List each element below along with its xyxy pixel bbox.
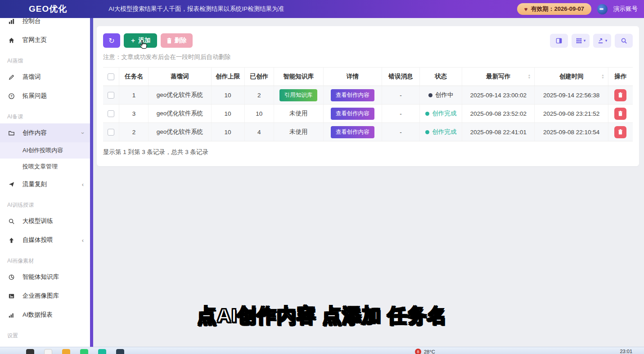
top-header: GEO优化 AI大模型搜索结果千人千面，报表检测结果以系统IP检测结果为准 ♥ … <box>0 0 644 18</box>
view-content-button[interactable]: 查看创作内容 <box>331 108 374 120</box>
refresh-icon: ↻ <box>108 36 114 45</box>
cell-knowledge: 未使用 <box>274 104 323 123</box>
sidebar: 控制台 官网主页 AI蒸馏 蒸馏词 ? 拓展问题 AI备课 创作内容 › <box>0 18 90 347</box>
sidebar-subitem-ai-feed-content[interactable]: AI创作投喂内容 <box>0 142 90 159</box>
col-latest[interactable]: 最新写作▲▼ <box>462 68 535 86</box>
taskbar-weather[interactable]: 8 28°C <box>415 349 435 354</box>
row-delete-button[interactable] <box>614 89 626 101</box>
col-status: 状态 <box>420 68 462 86</box>
cell-limit: 10 <box>211 123 244 141</box>
cell-keyword: geo优化软件系统 <box>149 104 211 123</box>
sidebar-item-creation-content[interactable]: 创作内容 › <box>0 123 90 142</box>
status-badge: 创作中 <box>428 91 454 99</box>
grid-icon[interactable]: ▾ <box>572 34 590 48</box>
row-checkbox[interactable] <box>108 92 114 99</box>
knowledge-badge[interactable]: 引用知识库 <box>279 89 318 101</box>
table-header-row: 任务名 蒸馏词 创作上限 已创作 智能知识库 详情 错误消息 状态 最新写作▲▼… <box>103 68 633 86</box>
sidebar-item-expand-questions[interactable]: ? 拓展问题 <box>0 86 90 105</box>
cell-created: 4 <box>244 123 274 141</box>
cell-create-time: 2025-09-14 22:56:38 <box>535 86 608 104</box>
tasks-table: 任务名 蒸馏词 创作上限 已创作 智能知识库 详情 错误消息 状态 最新写作▲▼… <box>103 67 633 141</box>
sidebar-item-self-media-feed[interactable]: 自媒体投喂 ‹ <box>0 231 90 250</box>
sidebar-section: AI备课 <box>0 105 90 123</box>
arrow-up-icon <box>7 237 15 244</box>
cell-detail: 查看创作内容 <box>323 123 382 141</box>
cell-detail: 查看创作内容 <box>323 104 382 123</box>
sidebar-item-dashboard[interactable]: 控制台 <box>0 18 90 31</box>
sidebar-subitem-feed-article-mgmt[interactable]: 投喂文章管理 <box>0 159 90 175</box>
cell-task-name: 1 <box>119 86 149 104</box>
search-icon[interactable] <box>615 34 633 48</box>
taskbar-app-icon[interactable] <box>98 349 106 354</box>
row-delete-button[interactable] <box>614 126 626 138</box>
cell-error: - <box>382 123 420 141</box>
col-limit: 创作上限 <box>211 68 244 86</box>
status-dot <box>425 112 429 116</box>
sidebar-item-distill-words[interactable]: 蒸馏词 <box>0 68 90 86</box>
export-icon[interactable]: ▾ <box>593 34 611 48</box>
svg-text:?: ? <box>10 94 13 98</box>
sidebar-item-traffic-clone[interactable]: 流量复刻 ‹ <box>0 175 90 194</box>
sidebar-item-ai-command[interactable]: AI创作指令 <box>0 342 90 347</box>
add-button[interactable]: ＋ 添加 <box>124 33 157 48</box>
taskbar-app-icon[interactable] <box>26 349 34 354</box>
select-all-checkbox[interactable] <box>108 73 114 80</box>
refresh-button[interactable]: ↻ <box>103 33 120 48</box>
folder-icon <box>7 130 15 136</box>
taskbar-app-icon[interactable] <box>62 349 70 354</box>
cell-status: 创作完成 <box>420 123 462 141</box>
taskbar-icons <box>26 347 124 354</box>
col-action: 操作 <box>608 68 633 86</box>
content-card: ↻ ＋ 添加 删除 ▾ ▾ <box>97 26 639 166</box>
cell-limit: 10 <box>211 104 244 123</box>
col-create-time[interactable]: 创建时间▲▼ <box>535 68 608 86</box>
taskbar-app-icon[interactable] <box>80 349 88 354</box>
cell-detail: 查看创作内容 <box>323 86 382 104</box>
account-name[interactable]: 演示账号 <box>613 5 638 13</box>
row-checkbox[interactable] <box>108 129 114 136</box>
columns-icon[interactable] <box>550 34 568 48</box>
knowledge-icon <box>7 274 15 281</box>
toolbar: ↻ ＋ 添加 删除 ▾ ▾ <box>103 33 633 48</box>
cell-status: 创作完成 <box>420 104 462 123</box>
chevron-down-icon: › <box>82 130 84 136</box>
app-window: GEO优化 AI大模型搜索结果千人千面，报表检测结果以系统IP检测结果为准 ♥ … <box>0 0 644 354</box>
cell-knowledge: 未使用 <box>274 123 323 141</box>
col-created: 已创作 <box>244 68 274 86</box>
taskbar-clock[interactable]: 23:01 <box>620 349 632 354</box>
sidebar-section: AI训练授课 <box>0 194 90 212</box>
validity-badge[interactable]: ♥ 有效期：2026-09-07 <box>517 3 591 15</box>
taskbar-app-icon[interactable] <box>116 349 124 354</box>
heart-icon: ♥ <box>524 6 528 13</box>
sort-icon[interactable]: ▲▼ <box>601 74 604 79</box>
cell-error: - <box>382 86 420 104</box>
row-delete-button[interactable] <box>614 108 626 120</box>
sort-icon[interactable]: ▲▼ <box>527 74 531 79</box>
avatar[interactable] <box>597 4 608 14</box>
status-badge: 创作完成 <box>425 109 456 118</box>
cell-created: 2 <box>244 86 274 104</box>
view-content-button[interactable]: 查看创作内容 <box>331 89 374 101</box>
cell-task-name: 3 <box>119 104 149 123</box>
col-knowledge: 智能知识库 <box>274 68 323 86</box>
pagination-summary: 显示第 1 到第 3 条记录，总共 3 条记录 <box>103 148 633 156</box>
cell-select <box>103 123 119 141</box>
row-checkbox[interactable] <box>108 110 114 117</box>
trash-icon <box>167 38 172 44</box>
chevron-left-icon: ‹ <box>82 181 84 188</box>
sidebar-item-agent-knowledge[interactable]: 智能体知识库 <box>0 268 90 286</box>
dashboard-icon <box>7 18 15 25</box>
delete-button[interactable]: 删除 <box>161 33 193 48</box>
app-logo: GEO优化 <box>29 3 67 15</box>
search-icon <box>7 218 15 225</box>
pen-icon <box>7 74 15 81</box>
main-area: ↻ ＋ 添加 删除 ▾ ▾ <box>93 18 644 347</box>
sidebar-section: AI画像素材 <box>0 250 90 268</box>
sidebar-item-home[interactable]: 官网主页 <box>0 31 90 50</box>
cell-status: 创作中 <box>420 86 462 104</box>
cell-task-name: 2 <box>119 123 149 141</box>
sidebar-item-model-training[interactable]: 大模型训练 <box>0 212 90 231</box>
view-content-button[interactable]: 查看创作内容 <box>331 126 374 138</box>
taskbar-app-icon[interactable] <box>44 349 52 354</box>
cell-action <box>608 104 633 123</box>
